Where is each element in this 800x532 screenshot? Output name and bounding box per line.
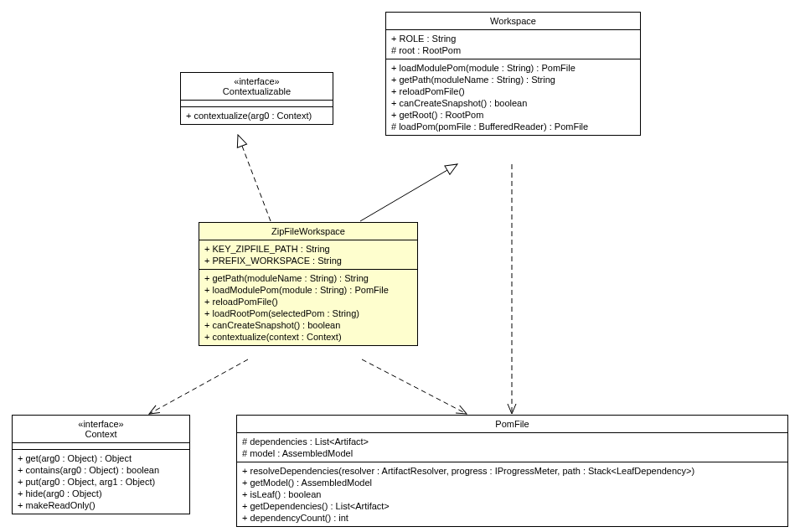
class-workspace: Workspace + ROLE : String # root : RootP… (385, 12, 641, 136)
operation: + canCreateSnapshot() : boolean (391, 97, 635, 109)
operation: # loadPom(pomFile : BufferedReader) : Po… (391, 121, 635, 132)
class-name: Workspace (391, 16, 635, 26)
operation: + reloadPomFile() (204, 296, 412, 307)
operations-compartment: + get(arg0 : Object) : Object + contains… (13, 450, 189, 514)
operation: + contextualize(arg0 : Context) (186, 110, 328, 121)
operations-compartment: + contextualize(arg0 : Context) (181, 107, 333, 124)
operation: + dependencyCount() : int (242, 512, 782, 524)
attributes-compartment: # dependencies : List<Artifact> # model … (237, 433, 787, 462)
attribute: + KEY_ZIPFILE_PATH : String (204, 243, 412, 255)
operation: + getPath(moduleName : String) : String (204, 272, 412, 284)
rel-zip-to-contextualizable (238, 135, 271, 221)
attribute: + PREFIX_WORKSPACE : String (204, 255, 412, 266)
rel-zip-to-context (149, 359, 248, 414)
stereotype: «interface» (186, 76, 328, 86)
class-contextualizable: «interface» Contextualizable + contextua… (180, 72, 333, 125)
operation: + put(arg0 : Object, arg1 : Object) (18, 476, 184, 488)
attribute: # root : RootPom (391, 44, 635, 56)
rel-zip-to-pomfile (362, 359, 467, 414)
operations-compartment: + resolveDependencies(resolver : Artifac… (237, 462, 787, 526)
operations-compartment: + loadModulePom(module : String) : PomFi… (386, 59, 640, 135)
class-name: Context (18, 429, 184, 439)
operation: + loadRootPom(selectedPom : String) (204, 307, 412, 319)
operation: + loadModulePom(module : String) : PomFi… (391, 62, 635, 74)
operation: + canCreateSnapshot() : boolean (204, 319, 412, 331)
operation: + getPath(moduleName : String) : String (391, 74, 635, 85)
attribute: + ROLE : String (391, 33, 635, 44)
operation: + contains(arg0 : Object) : boolean (18, 464, 184, 476)
operation: + isLeaf() : boolean (242, 488, 782, 500)
attributes-compartment: + KEY_ZIPFILE_PATH : String + PREFIX_WOR… (199, 240, 417, 270)
operation: + makeReadOnly() (18, 499, 184, 511)
stereotype: «interface» (18, 419, 184, 429)
operation: + getRoot() : RootPom (391, 109, 635, 121)
attributes-compartment: + ROLE : String # root : RootPom (386, 30, 640, 59)
class-pomfile: PomFile # dependencies : List<Artifact> … (236, 415, 788, 527)
operation: + hide(arg0 : Object) (18, 488, 184, 499)
class-zipfileworkspace: ZipFileWorkspace + KEY_ZIPFILE_PATH : St… (199, 222, 418, 346)
attributes-compartment (13, 443, 189, 450)
operations-compartment: + getPath(moduleName : String) : String … (199, 270, 417, 345)
attribute: # dependencies : List<Artifact> (242, 436, 782, 447)
operation: + getDependencies() : List<Artifact> (242, 500, 782, 512)
operation: + loadModulePom(module : String) : PomFi… (204, 284, 412, 296)
attributes-compartment (181, 101, 333, 107)
class-name: ZipFileWorkspace (204, 226, 412, 236)
attribute: # model : AssembledModel (242, 447, 782, 459)
operation: + getModel() : AssembledModel (242, 477, 782, 488)
class-name: Contextualizable (186, 86, 328, 96)
rel-zip-to-workspace (360, 164, 457, 221)
class-name: PomFile (242, 419, 782, 429)
operation: + reloadPomFile() (391, 85, 635, 97)
operation: + resolveDependencies(resolver : Artifac… (242, 465, 782, 477)
operation: + get(arg0 : Object) : Object (18, 452, 184, 464)
class-context: «interface» Context + get(arg0 : Object)… (12, 415, 190, 514)
operation: + contextualize(context : Context) (204, 331, 412, 343)
